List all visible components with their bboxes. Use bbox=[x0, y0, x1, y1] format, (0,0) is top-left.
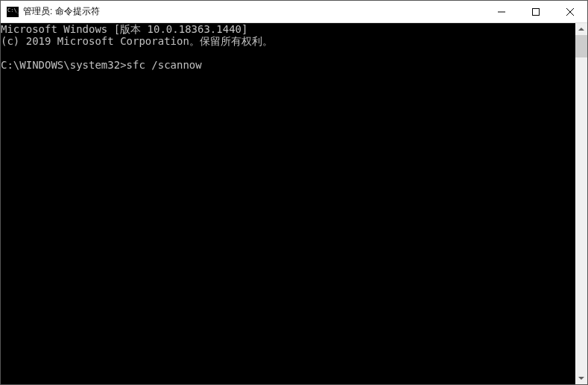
close-button[interactable] bbox=[553, 1, 587, 22]
console-command: sfc /scannow bbox=[127, 59, 202, 71]
cmd-icon bbox=[7, 7, 19, 17]
close-icon bbox=[566, 8, 574, 16]
console-line: Microsoft Windows [版本 10.0.18363.1440] bbox=[1, 23, 247, 35]
window-title: 管理员: 命令提示符 bbox=[23, 5, 484, 18]
vertical-scrollbar[interactable] bbox=[575, 23, 587, 384]
console-area: Microsoft Windows [版本 10.0.18363.1440] (… bbox=[1, 23, 587, 384]
window-titlebar[interactable]: 管理员: 命令提示符 bbox=[1, 1, 587, 23]
scroll-up-button[interactable] bbox=[575, 23, 587, 35]
window-controls bbox=[484, 1, 587, 22]
chevron-down-icon bbox=[578, 377, 584, 380]
minimize-button[interactable] bbox=[484, 1, 519, 22]
console-prompt: C:\WINDOWS\system32> bbox=[1, 59, 127, 71]
scroll-down-button[interactable] bbox=[575, 372, 587, 384]
svg-marker-4 bbox=[578, 28, 584, 31]
console-output[interactable]: Microsoft Windows [版本 10.0.18363.1440] (… bbox=[1, 23, 575, 384]
maximize-icon bbox=[532, 8, 540, 16]
minimize-icon bbox=[498, 8, 505, 16]
scroll-thumb[interactable] bbox=[575, 35, 587, 57]
svg-rect-1 bbox=[533, 8, 540, 15]
svg-marker-5 bbox=[578, 377, 584, 380]
maximize-button[interactable] bbox=[519, 1, 553, 22]
console-line: (c) 2019 Microsoft Corporation。保留所有权利。 bbox=[1, 35, 273, 47]
chevron-up-icon bbox=[578, 28, 584, 31]
